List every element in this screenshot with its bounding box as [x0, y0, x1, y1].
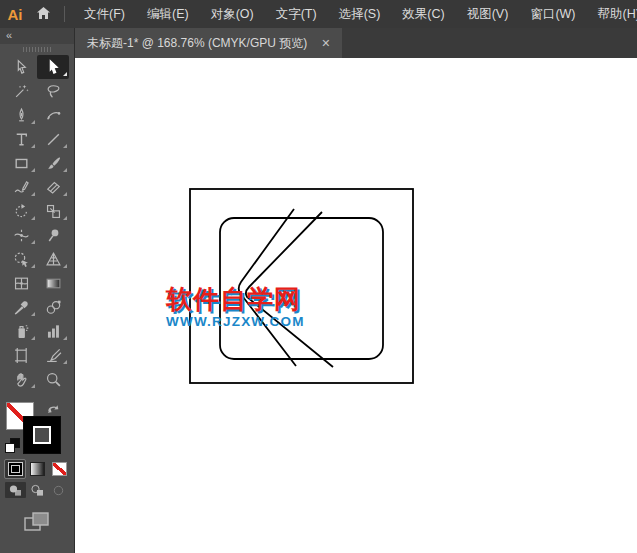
fill-stroke-swatches	[0, 395, 74, 457]
menubar-divider	[64, 6, 65, 22]
flyout-indicator-icon	[63, 144, 67, 148]
color-type-buttons	[0, 457, 74, 480]
swap-arrow-icon	[47, 400, 60, 417]
screen-mode-icon	[24, 518, 50, 535]
menu-bar: Ai 文件(F)编辑(E)对象(O)文字(T)选择(S)效果(C)视图(V)窗口…	[0, 0, 637, 28]
pen-tool[interactable]	[5, 103, 37, 127]
flyout-indicator-icon	[63, 360, 67, 364]
scale-tool[interactable]	[37, 199, 69, 223]
flyout-indicator-icon	[31, 144, 35, 148]
menu-items: 文件(F)编辑(E)对象(O)文字(T)选择(S)效果(C)视图(V)窗口(W)…	[73, 0, 637, 28]
magic-wand-tool[interactable]	[5, 79, 37, 103]
column-graph-tool[interactable]	[37, 319, 69, 343]
watermark-title: 软件自学网	[166, 286, 305, 312]
menu-item-select[interactable]: 选择(S)	[328, 0, 392, 28]
width-tool[interactable]	[5, 223, 37, 247]
flyout-indicator-icon	[31, 336, 35, 340]
eraser-tool[interactable]	[37, 175, 69, 199]
flyout-indicator-icon	[63, 72, 67, 76]
shaper-tool[interactable]	[5, 175, 37, 199]
draw-normal-mode[interactable]	[5, 482, 26, 498]
menu-item-help[interactable]: 帮助(H)	[587, 0, 637, 28]
tools-panel: «	[0, 28, 75, 553]
screen-mode-button[interactable]	[24, 512, 50, 536]
curvature-tool[interactable]	[37, 103, 69, 127]
watermark: 软件自学网 WWW.RJZXW.COM	[166, 286, 305, 329]
direct-selection-tool[interactable]	[37, 55, 69, 79]
artboard-tool[interactable]	[5, 343, 37, 367]
flyout-indicator-icon	[31, 312, 35, 316]
flyout-indicator-icon	[31, 120, 35, 124]
drawing-mode-buttons	[0, 480, 74, 500]
document-tab[interactable]: 未标题-1* @ 168.76% (CMYK/GPU 预览) ✕	[75, 28, 342, 58]
menu-item-window[interactable]: 窗口(W)	[519, 0, 586, 28]
menu-item-effect[interactable]: 效果(C)	[391, 0, 455, 28]
puppet-warp-tool[interactable]	[37, 223, 69, 247]
flyout-indicator-icon	[63, 168, 67, 172]
document-tab-bar: 未标题-1* @ 168.76% (CMYK/GPU 预览) ✕	[75, 28, 637, 58]
slice-tool[interactable]	[37, 343, 69, 367]
selection-tool[interactable]	[5, 55, 37, 79]
menu-item-file[interactable]: 文件(F)	[73, 0, 136, 28]
gradient-tool[interactable]	[37, 271, 69, 295]
flyout-indicator-icon	[63, 336, 67, 340]
flyout-indicator-icon	[31, 192, 35, 196]
tools-panel-collapse[interactable]: «	[0, 28, 74, 44]
type-tool[interactable]	[5, 127, 37, 151]
eyedropper-tool[interactable]	[5, 295, 37, 319]
menu-item-edit[interactable]: 编辑(E)	[136, 0, 200, 28]
tab-close-icon[interactable]: ✕	[321, 37, 330, 50]
default-fill-icon	[5, 443, 15, 453]
rectangle-tool[interactable]	[5, 151, 37, 175]
flyout-indicator-icon	[63, 216, 67, 220]
hand-tool[interactable]	[5, 367, 37, 391]
draw-behind-mode[interactable]	[27, 482, 48, 498]
perspective-grid-tool[interactable]	[37, 247, 69, 271]
document-area: 未标题-1* @ 168.76% (CMYK/GPU 预览) ✕ 软件自学网 W…	[75, 28, 637, 553]
vector-drawing	[75, 58, 637, 553]
flyout-indicator-icon	[31, 264, 35, 268]
menu-item-type[interactable]: 文字(T)	[265, 0, 328, 28]
home-button[interactable]	[30, 0, 56, 28]
paintbrush-tool[interactable]	[37, 151, 69, 175]
swap-fill-stroke-button[interactable]	[47, 400, 60, 418]
menu-item-view[interactable]: 视图(V)	[456, 0, 520, 28]
flyout-indicator-icon	[63, 192, 67, 196]
tools-panel-grip[interactable]	[0, 44, 74, 54]
flyout-indicator-icon	[31, 240, 35, 244]
home-icon	[36, 6, 51, 23]
line-segment-tool[interactable]	[37, 127, 69, 151]
zoom-tool[interactable]	[37, 367, 69, 391]
lasso-tool[interactable]	[37, 79, 69, 103]
tools-grid	[0, 54, 74, 391]
draw-inside-mode[interactable]	[48, 482, 69, 498]
app-logo: Ai	[0, 6, 30, 23]
default-fill-stroke-button[interactable]	[5, 438, 20, 453]
symbol-sprayer-tool[interactable]	[5, 319, 37, 343]
artboard-canvas[interactable]: 软件自学网 WWW.RJZXW.COM	[75, 58, 637, 553]
flyout-indicator-icon	[31, 384, 35, 388]
menu-item-object[interactable]: 对象(O)	[200, 0, 265, 28]
watermark-url: WWW.RJZXW.COM	[166, 315, 305, 329]
flyout-indicator-icon	[31, 216, 35, 220]
none-button[interactable]	[49, 460, 69, 478]
shape-builder-tool[interactable]	[5, 247, 37, 271]
rotate-tool[interactable]	[5, 199, 37, 223]
flyout-indicator-icon	[31, 168, 35, 172]
illustrator-window: Ai 文件(F)编辑(E)对象(O)文字(T)选择(S)效果(C)视图(V)窗口…	[0, 0, 637, 553]
mesh-tool[interactable]	[5, 271, 37, 295]
gradient-button[interactable]	[27, 460, 47, 478]
flyout-indicator-icon	[63, 264, 67, 268]
color-button[interactable]	[5, 460, 25, 478]
main-area: «	[0, 28, 637, 553]
blend-tool[interactable]	[37, 295, 69, 319]
stroke-swatch-black[interactable]	[23, 416, 61, 454]
document-tab-title: 未标题-1* @ 168.76% (CMYK/GPU 预览)	[87, 35, 307, 52]
